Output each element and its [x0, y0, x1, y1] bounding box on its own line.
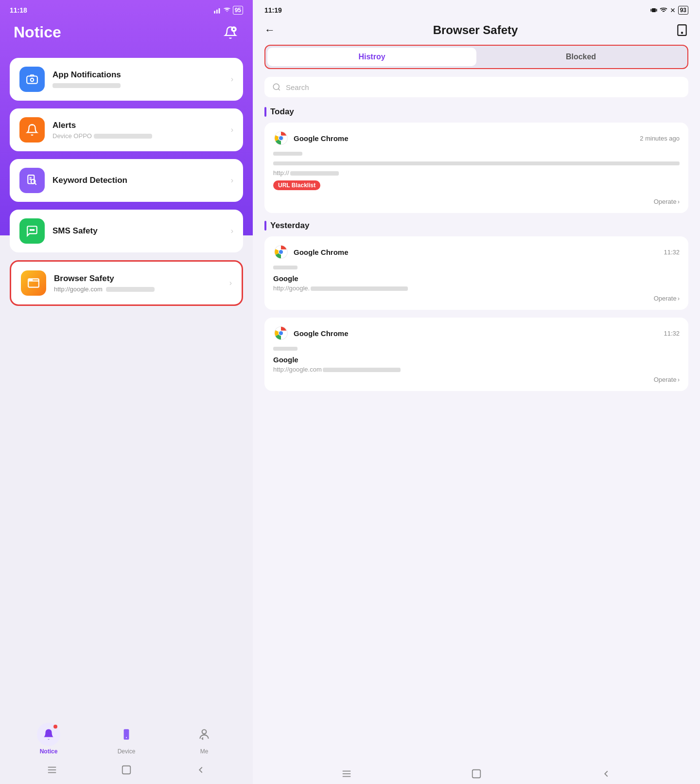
- sms-safety-icon: [19, 218, 45, 244]
- svg-rect-28: [656, 9, 657, 11]
- back-icon[interactable]: [195, 765, 206, 775]
- svg-point-36: [279, 136, 283, 140]
- hamburger-icon[interactable]: [47, 765, 57, 775]
- hamburger-icon-right[interactable]: [341, 768, 352, 779]
- alerts-text: Alerts Device OPPO: [52, 121, 223, 140]
- svg-rect-2: [218, 8, 220, 14]
- keyword-detection-icon: [19, 168, 45, 193]
- back-button[interactable]: ←: [264, 24, 275, 36]
- svg-point-17: [30, 279, 31, 280]
- menu-item-sms-safety[interactable]: SMS Safety ›: [10, 210, 243, 252]
- notice-nav-icon-wrap: [37, 723, 60, 746]
- nav-device[interactable]: Device: [115, 723, 138, 755]
- card-url: http://google.com: [273, 366, 680, 373]
- tab-history[interactable]: Histroy: [267, 48, 476, 66]
- svg-rect-27: [652, 8, 656, 12]
- notice-badge: [53, 725, 57, 729]
- sms-safety-title: SMS Safety: [52, 226, 223, 236]
- system-bar-left: [0, 761, 253, 779]
- card-time: 11:32: [664, 249, 680, 256]
- chevron-icon: ›: [231, 75, 233, 84]
- search-bar[interactable]: Search: [264, 77, 688, 97]
- card-app-name: Google Chrome: [294, 248, 349, 256]
- svg-rect-31: [678, 25, 686, 36]
- today-card-0: Google Chrome 2 minutes ago http:// URL …: [264, 123, 688, 213]
- sms-icon: [26, 225, 38, 237]
- wifi-icon: [223, 6, 231, 14]
- browser-icon: [27, 277, 40, 289]
- svg-point-33: [273, 84, 279, 89]
- status-bar-left: 11:18 95: [0, 0, 253, 18]
- alerts-subtitle: Device OPPO: [52, 132, 223, 140]
- sms-safety-text: SMS Safety: [52, 226, 223, 236]
- menu-item-app-notifications[interactable]: App Notifications ›: [10, 58, 243, 101]
- right-panel: 11:19 93 ← Browser Safety Histroy Blocke…: [253, 0, 700, 784]
- operate-button[interactable]: Operate ›: [654, 295, 680, 302]
- app-notifications-text: App Notifications: [52, 70, 223, 89]
- card-title: Google: [273, 356, 680, 364]
- operate-button[interactable]: Operate ›: [654, 198, 680, 205]
- app-row: Google Chrome: [273, 244, 349, 260]
- browser-safety-text: Browser Safety http://google.com: [54, 274, 222, 293]
- card-header: Google Chrome 11:32: [273, 244, 680, 260]
- bell-settings-icon: [224, 26, 237, 39]
- home-icon[interactable]: [121, 765, 132, 775]
- back-icon-right[interactable]: [601, 768, 612, 779]
- time-right: 11:19: [264, 6, 282, 14]
- right-header: ← Browser Safety: [253, 18, 700, 45]
- tabs-container: Histroy Blocked: [264, 45, 688, 69]
- svg-point-13: [32, 230, 33, 231]
- status-icons-right: 93: [650, 6, 688, 15]
- section-today: Today: [253, 107, 700, 123]
- wifi-icon-right: [660, 6, 667, 14]
- alert-bell-icon: [26, 124, 38, 136]
- tab-blocked[interactable]: Blocked: [476, 48, 685, 66]
- card-header: Google Chrome 2 minutes ago: [273, 130, 680, 146]
- svg-point-5: [31, 78, 34, 82]
- card-footer: Operate ›: [273, 198, 680, 205]
- card-url: http://: [273, 169, 680, 177]
- nav-notice[interactable]: Notice: [37, 723, 60, 755]
- signal-icon: [213, 6, 221, 14]
- card-footer: Operate ›: [273, 295, 680, 302]
- app-notifications-icon: [19, 67, 45, 92]
- device-nav-icon-wrap: [115, 723, 138, 746]
- svg-line-9: [35, 183, 36, 184]
- section-yesterday: Yesterday: [253, 221, 700, 236]
- me-nav-icon: [198, 728, 210, 741]
- svg-line-34: [278, 89, 280, 90]
- alerts-title: Alerts: [52, 121, 223, 130]
- section-bar-today: [264, 107, 266, 117]
- chrome-icon: [273, 244, 289, 260]
- keyword-detection-text: Keyword Detection: [52, 176, 223, 185]
- left-header: Notice: [0, 18, 253, 53]
- bell-icon-wrap[interactable]: [222, 24, 239, 41]
- battery-left: 95: [233, 6, 243, 15]
- chevron-icon: ›: [229, 279, 232, 287]
- app-notifications-title: App Notifications: [52, 70, 223, 80]
- svg-rect-44: [472, 770, 481, 778]
- menu-item-keyword-detection[interactable]: Keyword Detection ›: [10, 159, 243, 202]
- chevron-icon: ›: [231, 176, 233, 185]
- home-icon-right[interactable]: [471, 768, 482, 779]
- url-blacklist-tag: URL Blacklist: [273, 180, 320, 190]
- nav-me[interactable]: Me: [192, 723, 216, 755]
- svg-rect-4: [27, 76, 37, 84]
- tablet-icon[interactable]: [676, 24, 688, 36]
- right-content: Today Google Chrome: [253, 107, 700, 764]
- menu-item-browser-safety[interactable]: Browser Safety http://google.com ›: [10, 260, 243, 306]
- svg-rect-19: [124, 729, 129, 740]
- card-header: Google Chrome 11:32: [273, 325, 680, 341]
- operate-button[interactable]: Operate ›: [654, 376, 680, 383]
- battery-right: 93: [678, 6, 688, 15]
- card-time: 11:32: [664, 330, 680, 337]
- search-icon: [272, 83, 281, 91]
- camera-icon: [26, 73, 38, 86]
- section-bar-yesterday: [264, 221, 266, 231]
- svg-point-20: [126, 737, 127, 738]
- menu-item-alerts[interactable]: Alerts Device OPPO ›: [10, 108, 243, 151]
- svg-rect-1: [216, 10, 218, 14]
- card-time: 2 minutes ago: [640, 135, 680, 142]
- keyword-detection-title: Keyword Detection: [52, 176, 223, 185]
- svg-rect-0: [214, 11, 215, 13]
